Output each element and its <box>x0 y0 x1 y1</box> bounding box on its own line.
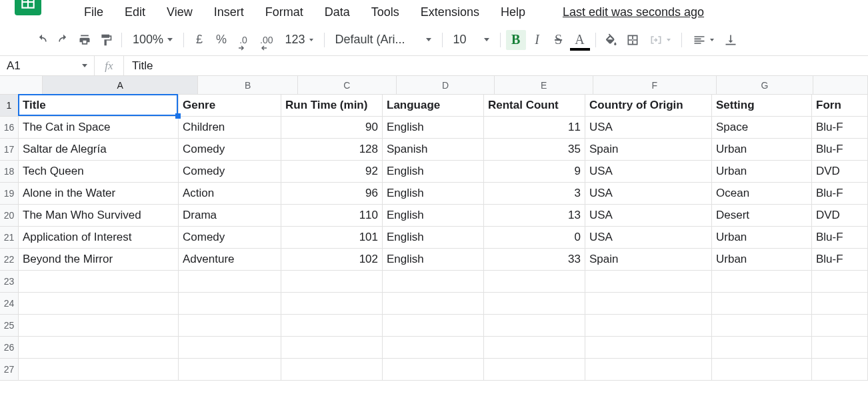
row-header-24[interactable]: 24 <box>0 293 19 315</box>
cell[interactable] <box>712 359 812 381</box>
cell[interactable] <box>812 337 868 359</box>
cell[interactable] <box>281 271 383 293</box>
cell[interactable] <box>281 337 383 359</box>
cell[interactable] <box>484 359 585 381</box>
cell[interactable] <box>812 293 868 315</box>
cell[interactable]: USA <box>585 183 712 205</box>
cell[interactable]: Saltar de Alegría <box>19 139 179 161</box>
print-button[interactable] <box>75 30 95 50</box>
row-header-22[interactable]: 22 <box>0 249 19 271</box>
column-header-B[interactable]: B <box>198 76 298 95</box>
cell[interactable] <box>484 293 585 315</box>
cell[interactable] <box>179 359 281 381</box>
horizontal-align-dropdown[interactable] <box>687 30 719 50</box>
cell[interactable]: 3 <box>484 183 585 205</box>
cell[interactable]: Urban <box>712 139 812 161</box>
decrease-decimal-button[interactable]: .0 <box>233 30 253 50</box>
menu-file[interactable]: File <box>75 3 113 22</box>
cell[interactable]: Run Time (min) <box>281 95 383 117</box>
cell[interactable] <box>812 271 868 293</box>
menu-edit[interactable]: Edit <box>115 3 155 22</box>
row-header-16[interactable]: 16 <box>0 117 19 139</box>
cell[interactable]: USA <box>585 205 712 227</box>
cell[interactable] <box>179 271 281 293</box>
cell[interactable]: 101 <box>281 227 383 249</box>
cell[interactable]: The Man Who Survived <box>19 205 179 227</box>
cell[interactable] <box>585 293 712 315</box>
cell[interactable]: 90 <box>281 117 383 139</box>
cell[interactable] <box>712 337 812 359</box>
cell[interactable] <box>484 315 585 337</box>
cell[interactable]: Urban <box>712 249 812 271</box>
select-all-corner[interactable] <box>0 76 43 95</box>
cell[interactable]: Language <box>383 95 484 117</box>
redo-button[interactable] <box>53 30 73 50</box>
menu-insert[interactable]: Insert <box>205 3 253 22</box>
cell[interactable] <box>383 271 484 293</box>
italic-button[interactable]: I <box>527 30 547 50</box>
cell[interactable] <box>585 337 712 359</box>
cell[interactable]: 11 <box>484 117 585 139</box>
cell[interactable]: English <box>383 117 484 139</box>
cell[interactable]: 33 <box>484 249 585 271</box>
menu-tools[interactable]: Tools <box>362 3 409 22</box>
cell[interactable] <box>19 315 179 337</box>
fill-color-button[interactable] <box>601 30 621 50</box>
cell[interactable]: Desert <box>712 205 812 227</box>
column-header-A[interactable]: A <box>43 76 198 95</box>
cell[interactable]: 110 <box>281 205 383 227</box>
cell[interactable]: Tech Queen <box>19 161 179 183</box>
cell[interactable] <box>19 271 179 293</box>
cell[interactable] <box>812 359 868 381</box>
cell[interactable]: Urban <box>712 227 812 249</box>
cell[interactable]: Adventure <box>179 249 281 271</box>
column-header-C[interactable]: C <box>298 76 397 95</box>
menu-help[interactable]: Help <box>491 3 535 22</box>
cell[interactable]: Spanish <box>383 139 484 161</box>
cell[interactable]: Forn <box>812 95 868 117</box>
cell[interactable] <box>19 359 179 381</box>
increase-decimal-button[interactable]: .00 <box>255 30 278 50</box>
cell[interactable]: Application of Interest <box>19 227 179 249</box>
text-color-button[interactable]: A <box>570 30 590 50</box>
cell[interactable]: Comedy <box>179 227 281 249</box>
cell[interactable]: 92 <box>281 161 383 183</box>
cell[interactable]: Beyond the Mirror <box>19 249 179 271</box>
row-header-20[interactable]: 20 <box>0 205 19 227</box>
cell[interactable] <box>179 293 281 315</box>
cell[interactable] <box>484 271 585 293</box>
cell[interactable]: 96 <box>281 183 383 205</box>
cell[interactable]: Rental Count <box>484 95 585 117</box>
cell[interactable]: Title <box>19 95 179 117</box>
cell[interactable]: USA <box>585 227 712 249</box>
row-header-17[interactable]: 17 <box>0 139 19 161</box>
cell[interactable] <box>712 271 812 293</box>
column-header-E[interactable]: E <box>495 76 593 95</box>
cell[interactable] <box>179 315 281 337</box>
column-header-F[interactable]: F <box>593 76 717 95</box>
cell[interactable] <box>585 271 712 293</box>
cell[interactable]: Comedy <box>179 161 281 183</box>
cell[interactable]: Spain <box>585 139 712 161</box>
row-header-19[interactable]: 19 <box>0 183 19 205</box>
cell[interactable]: Setting <box>712 95 812 117</box>
cell[interactable]: English <box>383 205 484 227</box>
cell[interactable]: DVD <box>812 205 868 227</box>
cell[interactable]: USA <box>585 117 712 139</box>
cell[interactable] <box>585 315 712 337</box>
cell[interactable]: Blu-F <box>812 249 868 271</box>
cell[interactable]: The Cat in Space <box>19 117 179 139</box>
cell[interactable]: Children <box>179 117 281 139</box>
row-header-1[interactable]: 1 <box>0 95 19 117</box>
column-header-D[interactable]: D <box>397 76 495 95</box>
sheets-logo[interactable] <box>15 0 41 15</box>
cell[interactable] <box>19 337 179 359</box>
vertical-align-button[interactable] <box>721 30 741 50</box>
cell[interactable]: Drama <box>179 205 281 227</box>
cell[interactable] <box>712 315 812 337</box>
cell[interactable]: 35 <box>484 139 585 161</box>
cell[interactable]: Comedy <box>179 139 281 161</box>
cell[interactable]: Blu-F <box>812 183 868 205</box>
row-header-25[interactable]: 25 <box>0 315 19 337</box>
cell[interactable] <box>484 337 585 359</box>
